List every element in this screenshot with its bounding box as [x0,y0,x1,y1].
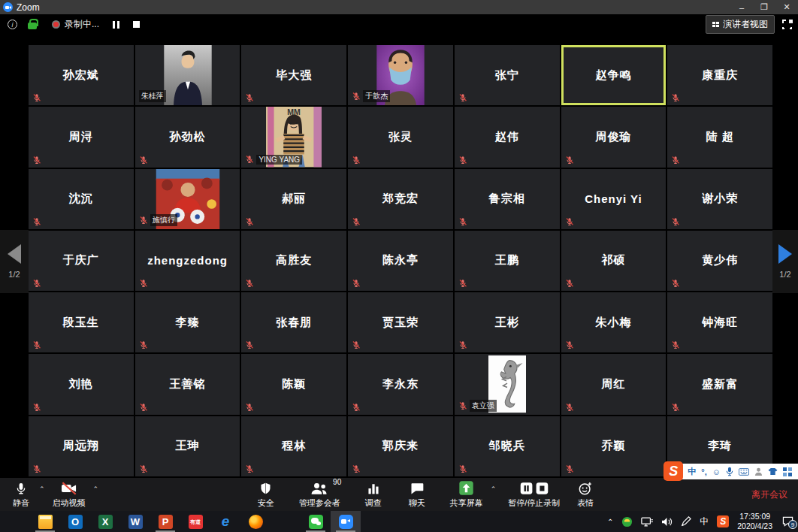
manage-participants-button[interactable]: 90 管理参会者 [293,479,346,510]
close-button[interactable]: ✕ [775,0,798,14]
participant-tile[interactable]: 袁立强 [455,354,560,414]
participant-tile[interactable]: 祁硕 [561,231,667,291]
participant-tile[interactable]: 周远翔 [29,416,134,476]
leave-meeting-button[interactable]: 离开会议 [751,488,787,501]
participant-tile[interactable]: zhengzedong [135,231,240,291]
share-options-chevron-icon[interactable]: ⌃ [489,485,498,493]
skin-icon[interactable] [768,467,778,476]
participant-tile[interactable]: 陈颖 [241,354,346,414]
zoom-app-taskbar-button[interactable] [331,511,361,532]
participant-tile[interactable]: 王善铭 [135,354,240,414]
participant-tile[interactable]: 周俊瑜 [561,107,667,167]
participant-tile[interactable]: 王珅 [135,416,240,476]
mute-options-chevron-icon[interactable]: ⌃ [38,485,47,493]
emoji-icon[interactable]: ☺ [712,467,721,476]
participant-tile[interactable]: 郑竞宏 [348,169,453,229]
sogou-input-bar[interactable]: S 中 °, ☺ [665,464,798,479]
participant-tile[interactable]: 谢小荣 [667,169,772,229]
share-screen-button[interactable]: 共享屏幕 [444,479,489,510]
participant-tile[interactable]: 朱桂萍 [135,45,240,105]
powerpoint-taskbar-button[interactable]: P [150,511,180,532]
participant-tile[interactable]: 张春朋 [241,292,346,352]
prev-page-button[interactable]: 1/2 [0,230,29,293]
participant-tile[interactable]: 施慎行 [135,169,240,229]
participant-tile[interactable]: MMYING YANG [241,107,346,167]
pen-tray-icon[interactable] [681,516,691,527]
mute-button[interactable]: 静音 [5,479,38,510]
participant-tile[interactable]: 乔颖 [561,416,667,476]
minimize-button[interactable]: – [730,0,753,14]
participant-tile[interactable]: 周浔 [29,107,134,167]
word-taskbar-button[interactable]: W [120,511,150,532]
participant-tile[interactable]: 高胜友 [241,231,346,291]
participant-tile[interactable]: 孙劲松 [135,107,240,167]
file-explorer-taskbar-button[interactable] [30,511,60,532]
excel-taskbar-button[interactable]: X [90,511,120,532]
participant-tile[interactable]: 陈永亭 [348,231,453,291]
toolbox-icon[interactable] [783,467,792,476]
participant-tile[interactable]: 王鹏 [455,231,560,291]
participant-tile[interactable]: 钟海旺 [667,292,772,352]
participant-tile[interactable]: 李永东 [348,354,453,414]
volume-tray-icon[interactable] [661,517,673,527]
participant-tile[interactable]: 赵争鸣 [561,45,667,105]
sogou-tray-icon[interactable]: S [717,515,729,527]
participant-tile[interactable]: 王彬 [455,292,560,352]
info-icon[interactable]: i [8,20,17,29]
participant-tile[interactable]: 周红 [561,354,667,414]
fullscreen-icon[interactable] [782,20,792,29]
wechat-taskbar-button[interactable] [301,511,331,532]
ime-language-indicator[interactable]: 中 [700,515,709,528]
participant-tile[interactable]: 郝丽 [241,169,346,229]
edge-taskbar-button[interactable]: e [210,511,240,532]
video-options-chevron-icon[interactable]: ⌃ [92,485,101,493]
input-mode-indicator[interactable]: 中 [688,466,696,477]
sogou-logo-icon[interactable]: S [663,461,683,481]
security-button[interactable]: 安全 [249,479,283,510]
participant-tile[interactable]: 康重庆 [667,45,772,105]
participant-tile[interactable]: 朱小梅 [561,292,667,352]
tiles-app-taskbar-button[interactable] [271,511,301,532]
voice-input-icon[interactable] [726,467,733,476]
start-video-button[interactable]: 启动视频 [47,479,92,510]
participant-tile[interactable]: 赵伟 [455,107,560,167]
keyboard-icon[interactable] [739,468,749,476]
participant-tile[interactable]: 毕大强 [241,45,346,105]
participant-tile[interactable]: 程林 [241,416,346,476]
participant-tile[interactable]: 李臻 [135,292,240,352]
pause-stop-recording-button[interactable]: 暂停/停止录制 [502,479,566,510]
chat-button[interactable]: 聊天 [401,479,434,510]
participant-tile[interactable]: 刘艳 [29,354,134,414]
reactions-button[interactable]: 表情 [569,479,602,510]
participant-tile[interactable]: 贾玉荣 [348,292,453,352]
tray-expand-chevron-icon[interactable]: ⌃ [607,518,613,526]
participant-tile[interactable]: Chenyi Yi [561,169,667,229]
polls-button[interactable]: 调查 [357,479,390,510]
participant-tile[interactable]: 于歆杰 [348,45,453,105]
user-icon[interactable] [754,467,763,476]
firefox-taskbar-button[interactable] [240,511,271,532]
participant-tile[interactable]: 黄少伟 [667,231,772,291]
participant-tile[interactable]: 郭庆来 [348,416,453,476]
stop-recording-icon[interactable] [133,21,140,28]
participant-tile[interactable]: 张宁 [455,45,560,105]
antivirus-tray-icon[interactable] [621,516,633,527]
participant-tile[interactable]: 张灵 [348,107,453,167]
taskbar-clock[interactable]: 17:35:09 2020/4/23 [737,512,772,531]
speaker-view-button[interactable]: 演讲者视图 [706,15,775,34]
outlook-taskbar-button[interactable]: O [60,511,90,532]
start-taskbar-button[interactable] [0,511,30,532]
participant-tile[interactable]: 沈沉 [29,169,134,229]
participant-tile[interactable]: 于庆广 [29,231,134,291]
network-tray-icon[interactable] [641,517,653,527]
next-page-button[interactable]: 1/2 [772,230,798,293]
participant-tile[interactable]: 陆 超 [667,107,772,167]
punctuation-indicator[interactable]: °, [701,467,706,476]
youdao-taskbar-button[interactable]: 有道 [180,511,210,532]
participant-tile[interactable]: 段玉生 [29,292,134,352]
participant-tile[interactable]: 孙宏斌 [29,45,134,105]
action-center-icon[interactable]: 9 [782,516,793,527]
participant-tile[interactable]: 鲁宗相 [455,169,560,229]
pause-recording-icon[interactable] [113,21,119,29]
participant-tile[interactable]: 邹晓兵 [455,416,560,476]
